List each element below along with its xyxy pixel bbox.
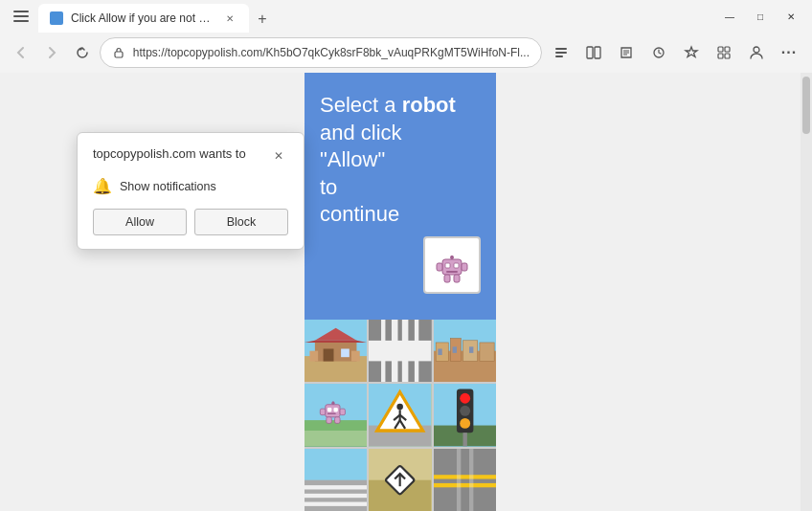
reader-button[interactable]: [611, 37, 642, 68]
svg-rect-0: [13, 11, 29, 12]
scrollbar-thumb[interactable]: [802, 77, 810, 134]
svg-rect-8: [595, 47, 600, 58]
captcha-widget: Select a robot and click "Allow" to cont…: [304, 73, 496, 511]
tab-area: Click Allow if you are not a robot ✕ +: [38, 0, 712, 33]
svg-rect-18: [446, 271, 458, 273]
captcha-line5: continue: [320, 202, 399, 226]
browser-menu-icon[interactable]: [8, 3, 34, 30]
svg-rect-56: [333, 408, 337, 411]
svg-rect-36: [369, 320, 431, 341]
svg-point-77: [460, 406, 470, 416]
address-text: https://topcopypolish.com/Kh5bO7qkCyk8sr…: [133, 46, 530, 59]
bell-icon: 🔔: [93, 177, 112, 195]
notification-popup: topcopypolish.com wants to ✕ 🔔 Show noti…: [77, 132, 304, 250]
svg-rect-35: [369, 341, 431, 362]
svg-rect-82: [304, 485, 367, 489]
browser-window: Click Allow if you are not a robot ✕ + —…: [0, 0, 812, 511]
svg-rect-48: [438, 348, 441, 355]
svg-rect-1: [13, 15, 29, 17]
refresh-button[interactable]: [69, 37, 96, 68]
svg-rect-93: [469, 449, 473, 511]
svg-rect-28: [324, 348, 334, 361]
grid-cell-5[interactable]: [369, 384, 431, 446]
captcha-line4: to: [320, 175, 337, 199]
split-view-button[interactable]: [578, 37, 609, 68]
grid-cell-4[interactable]: [304, 384, 367, 446]
svg-rect-63: [335, 417, 340, 424]
svg-rect-83: [304, 493, 367, 497]
notification-option-row: 🔔 Show notifications: [93, 177, 288, 195]
svg-rect-6: [555, 56, 563, 57]
svg-point-76: [460, 393, 470, 404]
svg-rect-3: [115, 52, 123, 57]
title-bar: Click Allow if you are not a robot ✕ + —…: [0, 0, 812, 33]
grid-cell-9[interactable]: [434, 449, 496, 511]
profile-button[interactable]: [741, 37, 772, 68]
nav-icons: ···: [546, 37, 804, 68]
svg-rect-41: [415, 320, 418, 382]
new-tab-button[interactable]: +: [249, 6, 276, 33]
allow-button[interactable]: Allow: [93, 209, 187, 235]
grid-cell-7[interactable]: [304, 449, 367, 511]
close-button[interactable]: ✕: [778, 3, 804, 30]
collections-button[interactable]: [709, 37, 739, 68]
svg-rect-2: [13, 20, 29, 22]
captcha-line2: and click: [320, 121, 402, 144]
captcha-grid: [304, 320, 496, 511]
reading-view-button[interactable]: [546, 37, 576, 68]
svg-rect-44: [436, 343, 448, 362]
svg-rect-53: [304, 431, 367, 446]
tab-close-button[interactable]: ✕: [222, 11, 237, 26]
notification-buttons: Allow Block: [93, 209, 288, 235]
svg-rect-57: [327, 413, 336, 415]
notification-title: topcopypolish.com wants to: [93, 146, 246, 161]
svg-rect-62: [327, 417, 331, 424]
svg-rect-7: [587, 47, 593, 58]
grid-cell-8[interactable]: [369, 449, 431, 511]
grid-cell-1[interactable]: [304, 320, 367, 382]
more-options-button[interactable]: ···: [774, 37, 804, 68]
notification-close-button[interactable]: ✕: [269, 146, 288, 166]
svg-rect-60: [320, 409, 325, 415]
svg-rect-92: [457, 449, 461, 511]
content-area: Select a robot and click "Allow" to cont…: [0, 73, 812, 511]
svg-rect-4: [555, 48, 567, 50]
svg-rect-17: [454, 263, 459, 268]
show-notifications-label: Show notifications: [120, 180, 216, 193]
svg-rect-84: [304, 501, 367, 505]
svg-rect-12: [718, 54, 723, 58]
block-button[interactable]: Block: [194, 209, 288, 235]
svg-rect-47: [480, 343, 494, 362]
notification-header: topcopypolish.com wants to ✕: [93, 146, 288, 166]
svg-rect-91: [434, 483, 496, 487]
forward-button[interactable]: [38, 37, 65, 68]
captcha-instruction: Select a robot and click "Allow" to cont…: [320, 92, 481, 229]
svg-rect-79: [462, 433, 466, 446]
svg-rect-38: [392, 320, 398, 382]
svg-rect-49: [452, 346, 456, 353]
refresh-icon-btn[interactable]: [643, 37, 674, 68]
svg-rect-13: [725, 54, 730, 58]
maximize-button[interactable]: □: [747, 3, 774, 30]
grid-cell-3[interactable]: [434, 320, 496, 382]
grid-cell-2[interactable]: [369, 320, 431, 382]
address-bar[interactable]: https://topcopypolish.com/Kh5bO7qkCyk8sr…: [100, 37, 542, 68]
favorites-button[interactable]: [676, 37, 707, 68]
robot-icon: [431, 244, 473, 286]
minimize-button[interactable]: —: [716, 3, 743, 30]
scrollbar[interactable]: [801, 73, 812, 511]
active-tab[interactable]: Click Allow if you are not a robot ✕: [38, 4, 249, 33]
svg-rect-5: [555, 52, 567, 54]
captcha-bold: robot: [402, 93, 456, 117]
svg-rect-16: [445, 263, 450, 268]
tab-title: Click Allow if you are not a robot: [71, 11, 214, 25]
svg-rect-31: [351, 351, 360, 362]
svg-marker-33: [304, 341, 367, 343]
svg-point-14: [754, 47, 759, 53]
svg-rect-37: [369, 362, 431, 383]
svg-rect-90: [434, 475, 496, 478]
svg-rect-24: [454, 275, 460, 282]
svg-rect-21: [437, 263, 442, 271]
grid-cell-6[interactable]: [434, 384, 496, 446]
back-button[interactable]: [8, 37, 34, 68]
